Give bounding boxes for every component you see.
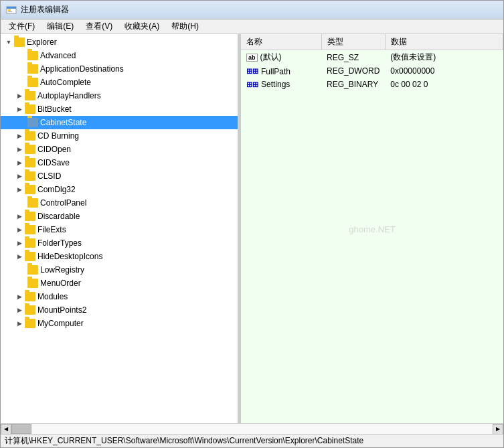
reg-ab-icon: ab <box>246 54 258 62</box>
expand-mycomputer[interactable]: ▶ <box>14 318 25 329</box>
tree-item-menuorder[interactable]: MenuOrder <box>1 277 238 290</box>
tree-label-appdest: ApplicationDestinations <box>40 64 124 74</box>
scroll-track[interactable] <box>11 424 493 434</box>
tree-item-foldertypes[interactable]: ▶ FolderTypes <box>1 236 238 250</box>
menu-help[interactable]: 帮助(H) <box>166 19 204 33</box>
status-bar: 计算机\HKEY_CURRENT_USER\Software\Microsoft… <box>1 434 503 447</box>
tree-item-discardable[interactable]: ▶ Discardable <box>1 210 238 223</box>
tree-label-mycomputer: MyComputer <box>37 319 84 328</box>
tree-item-appdest[interactable]: ApplicationDestinations <box>1 62 238 76</box>
tree-item-explorer[interactable]: ▼ Explorer <box>1 35 238 49</box>
expand-advanced <box>17 50 27 61</box>
content-area: ▼ Explorer Advanced ApplicationDestinati… <box>1 34 503 423</box>
scroll-left-btn[interactable]: ◀ <box>1 424 11 435</box>
reg-binary-icon-container: ⊞⊞ Settings <box>246 80 290 89</box>
menu-edit[interactable]: 编辑(E) <box>41 19 79 33</box>
folder-icon-mycomputer <box>25 319 35 328</box>
expand-cidopen[interactable]: ▶ <box>14 144 25 155</box>
expand-discardable[interactable]: ▶ <box>14 211 25 222</box>
expand-fileexts[interactable]: ▶ <box>14 224 25 235</box>
expand-cdburning[interactable]: ▶ <box>14 131 25 141</box>
svg-rect-3 <box>8 11 12 12</box>
tree-item-clsid[interactable]: ▶ CLSID <box>1 169 238 183</box>
scroll-thumb[interactable] <box>11 424 31 434</box>
folder-icon-discardable <box>25 212 35 221</box>
expand-foldertypes[interactable]: ▶ <box>14 238 25 248</box>
tree-item-bitbucket[interactable]: ▶ BitBucket <box>1 102 238 116</box>
reg-dword-icon: ⊞⊞ <box>246 67 258 76</box>
regedit-window: 注册表编辑器 文件(F) 编辑(E) 查看(V) 收藏夹(A) 帮助(H) ▼ … <box>0 0 504 448</box>
tree-item-autocomplete[interactable]: AutoComplete <box>1 76 238 89</box>
folder-icon-mountpoints <box>25 305 35 315</box>
tree-item-lowregistry[interactable]: LowRegistry <box>1 263 238 277</box>
menu-file[interactable]: 文件(F) <box>3 19 40 33</box>
tree-item-comdlg32[interactable]: ▶ ComDlg32 <box>1 183 238 196</box>
row-type: REG_SZ <box>321 50 385 65</box>
folder-icon-bitbucket <box>25 104 35 114</box>
folder-icon-lowregistry <box>27 265 38 275</box>
scroll-right-btn[interactable]: ▶ <box>493 424 503 435</box>
tree-label-lowregistry: LowRegistry <box>40 265 84 275</box>
folder-icon-explorer <box>14 38 25 47</box>
tree-item-fileexts[interactable]: ▶ FileExts <box>1 223 238 236</box>
svg-rect-1 <box>7 7 16 9</box>
table-row[interactable]: ⊞⊞ FullPath REG_DWORD 0x00000000 <box>241 65 503 78</box>
tree-item-modules[interactable]: ▶ Modules <box>1 290 238 303</box>
row-name-label: Settings <box>261 80 290 89</box>
tree-label-cdburning: CD Burning <box>37 131 79 141</box>
expand-autocomplete <box>17 77 27 88</box>
expand-explorer[interactable]: ▼ <box>3 37 14 48</box>
tree-item-controlpanel[interactable]: ControlPanel <box>1 196 238 210</box>
tree-item-mountpoints[interactable]: ▶ MountPoints2 <box>1 303 238 317</box>
row-name-label: (默认) <box>260 52 282 63</box>
tree-item-autoplay[interactable]: ▶ AutoplayHandlers <box>1 89 238 102</box>
folder-icon-hidedesktop <box>25 252 35 261</box>
title-bar: 注册表编辑器 <box>1 1 503 19</box>
tree-pane-inner: ▼ Explorer Advanced ApplicationDestinati… <box>1 34 238 331</box>
tree-item-cabinetstate[interactable]: CabinetState <box>1 116 238 129</box>
expand-appdest <box>17 64 27 74</box>
expand-mountpoints[interactable]: ▶ <box>14 305 25 315</box>
folder-icon-comdlg32 <box>25 185 35 194</box>
table-row[interactable]: ab (默认) REG_SZ (数值未设置) <box>241 50 503 65</box>
row-name-label: FullPath <box>261 67 290 76</box>
tree-label-fileexts: FileExts <box>37 225 66 234</box>
col-header-type: 类型 <box>321 34 385 50</box>
tree-label-comdlg32: ComDlg32 <box>37 185 76 194</box>
folder-icon-advanced <box>27 51 38 60</box>
tree-label-bitbucket: BitBucket <box>37 104 72 114</box>
tree-label-discardable: Discardable <box>37 212 80 221</box>
folder-icon-foldertypes <box>25 238 35 248</box>
expand-controlpanel <box>17 198 27 208</box>
menu-bar: 文件(F) 编辑(E) 查看(V) 收藏夹(A) 帮助(H) <box>1 19 503 34</box>
tree-label-autocomplete: AutoComplete <box>40 78 91 87</box>
expand-bitbucket[interactable]: ▶ <box>14 104 25 115</box>
expand-autoplay[interactable]: ▶ <box>14 90 25 101</box>
expand-modules[interactable]: ▶ <box>14 291 25 302</box>
row-data: 0x00000000 <box>385 65 503 78</box>
tree-label-cidopen: CIDOpen <box>37 145 71 154</box>
tree-label-cabinetstate: CabinetState <box>40 118 86 127</box>
expand-cidsave[interactable]: ▶ <box>14 157 25 168</box>
tree-item-mycomputer[interactable]: ▶ MyComputer <box>1 317 238 330</box>
detail-table: 名称 类型 数据 ab (默认) REG_SZ <box>241 34 503 91</box>
row-type: REG_DWORD <box>321 65 385 78</box>
menu-favorites[interactable]: 收藏夹(A) <box>119 19 165 33</box>
svg-rect-2 <box>8 9 11 11</box>
table-row[interactable]: ⊞⊞ Settings REG_BINARY 0c 00 02 0 <box>241 78 503 91</box>
row-name: ⊞⊞ Settings <box>241 78 321 91</box>
tree-item-cdburning[interactable]: ▶ CD Burning <box>1 129 238 143</box>
tree-pane[interactable]: ▼ Explorer Advanced ApplicationDestinati… <box>1 34 238 423</box>
tree-label-menuorder: MenuOrder <box>40 279 81 288</box>
tree-item-hidedesktop[interactable]: ▶ HideDesktopIcons <box>1 250 238 263</box>
tree-item-cidopen[interactable]: ▶ CIDOpen <box>1 143 238 156</box>
expand-hidedesktop[interactable]: ▶ <box>14 251 25 262</box>
menu-view[interactable]: 查看(V) <box>80 19 118 33</box>
tree-item-cidsave[interactable]: ▶ CIDSave <box>1 156 238 169</box>
folder-icon-appdest <box>27 64 38 74</box>
horizontal-scrollbar[interactable]: ◀ ▶ <box>1 423 503 434</box>
expand-comdlg32[interactable]: ▶ <box>14 184 25 195</box>
folder-icon-clsid <box>25 171 35 181</box>
expand-clsid[interactable]: ▶ <box>14 171 25 181</box>
tree-item-advanced[interactable]: Advanced <box>1 49 238 62</box>
